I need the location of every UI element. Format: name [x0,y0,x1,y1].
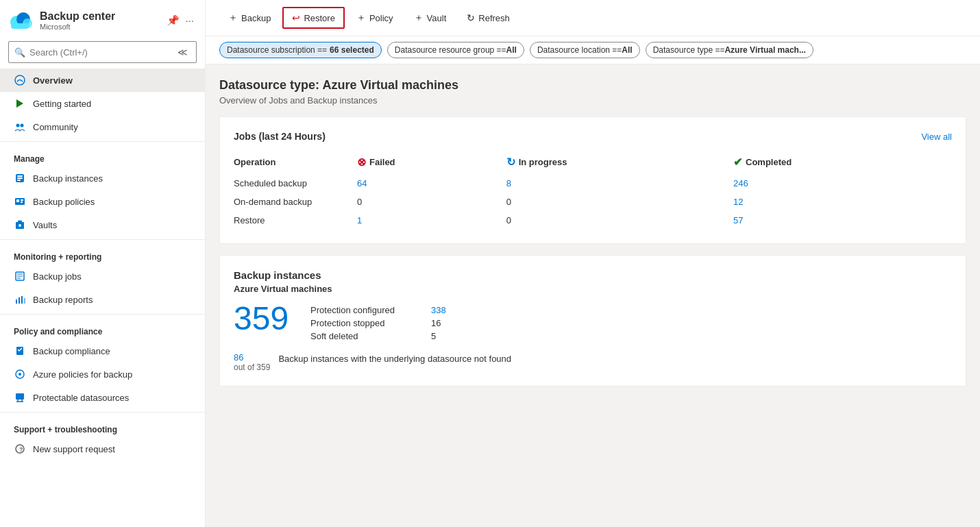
table-row: Restore 1 0 57 [234,211,952,230]
page-title: Datasource type: Azure Virtual machines [219,78,966,93]
content-area: Datasource type: Azure Virtual machines … [206,64,980,527]
instances-footer: 86 out of 359 Backup instances with the … [234,352,952,372]
restore-label: Restore [304,13,335,23]
backup-instances-title: Backup instances [234,269,952,281]
job-inprogress-scheduled-value[interactable]: 8 [506,178,511,188]
protection-configured-value[interactable]: 338 [431,305,446,315]
search-box: 🔍 ≪ [8,41,197,63]
refresh-label: Refresh [478,13,510,23]
sidebar-item-protectable-datasources[interactable]: Protectable datasources [0,386,205,409]
filter-resource-group[interactable]: Datasource resource group == All [387,42,524,58]
job-completed-scheduled-value[interactable]: 246 [733,178,748,188]
jobs-view-all[interactable]: View all [921,132,952,142]
sidebar-item-backup-instances-label: Backup instances [33,173,103,184]
job-inprogress-restore: 0 [506,211,733,230]
pin-icon[interactable]: 📌 [167,14,180,27]
backup-reports-icon [14,293,26,306]
sidebar-item-vaults[interactable]: Vaults [0,213,205,236]
policy-plus-icon: ＋ [356,12,366,24]
community-icon [14,121,26,133]
instances-total-count[interactable]: 359 [234,302,289,335]
filter-rg-value: All [506,45,517,55]
sidebar-item-azure-policies[interactable]: Azure policies for backup [0,363,205,386]
footer-desc: Backup instances with the underlying dat… [278,352,511,364]
sidebar-item-backup-jobs[interactable]: Backup jobs [0,265,205,288]
getting-started-icon [14,97,26,110]
protection-stopped-label: Protection stopped [310,318,420,328]
backup-instances-icon [14,172,26,184]
filter-subscription[interactable]: Datasource subscription == 66 selected [219,42,382,58]
job-failed-restore-value[interactable]: 1 [357,215,362,225]
sidebar-item-backup-compliance[interactable]: Backup compliance [0,339,205,363]
job-completed-ondemand-value[interactable]: 12 [733,197,743,207]
refresh-button[interactable]: ↻ Refresh [458,8,519,28]
instances-body: 359 Protection configured 338 Protection… [234,302,952,341]
protection-configured-label: Protection configured [310,305,420,315]
job-inprogress-restore-value: 0 [506,215,511,225]
sidebar-item-backup-jobs-label: Backup jobs [33,271,82,282]
job-operation-ondemand: On-demand backup [234,193,357,211]
col-operation: Operation [234,153,357,174]
sidebar-item-backup-policies[interactable]: Backup policies [0,190,205,213]
filter-location[interactable]: Datasource location == All [530,42,640,58]
footer-count-block: 86 out of 359 [234,352,270,372]
svg-rect-15 [21,201,23,203]
sidebar-item-getting-started[interactable]: Getting started [0,92,205,115]
sidebar-item-backup-instances[interactable]: Backup instances [0,167,205,190]
job-inprogress-ondemand-value: 0 [506,197,511,207]
jobs-card-header: Jobs (last 24 Hours) View all [234,131,952,142]
job-completed-scheduled: 246 [733,174,952,193]
sidebar-item-new-support[interactable]: ? New support request [0,437,205,461]
job-operation-scheduled: Scheduled backup [234,174,357,193]
vault-button[interactable]: ＋ Vault [405,7,456,29]
toolbar: ＋ Backup ↩ Restore ＋ Policy ＋ Vault ↻ Re… [206,0,980,36]
monitoring-section-label: Monitoring + reporting [0,243,205,265]
col-completed-label: Completed [746,157,792,167]
svg-point-6 [16,124,20,127]
job-completed-restore-value[interactable]: 57 [733,215,743,225]
search-input[interactable] [29,47,171,58]
completed-icon: ✔ [733,156,742,169]
restore-button[interactable]: ↩ Restore [282,7,345,29]
svg-rect-21 [21,296,23,304]
job-completed-restore: 57 [733,211,952,230]
job-failed-scheduled-value[interactable]: 64 [357,178,367,188]
job-failed-ondemand-value: 0 [357,197,362,207]
jobs-table-header-row: Operation ⊗ Failed ↻ In progress [234,153,952,174]
footer-count-denom: out of 359 [234,363,270,372]
page-subtitle: Overview of Jobs and Backup instances [219,95,966,106]
svg-rect-22 [24,298,25,304]
sidebar-item-new-support-label: New support request [33,444,115,454]
job-failed-restore: 1 [357,211,506,230]
collapse-button[interactable]: ≪ [175,45,191,59]
sidebar-item-community[interactable]: Community [0,115,205,138]
filter-loc-label: Datasource location == [537,45,622,55]
svg-rect-20 [19,297,20,304]
sidebar-item-backup-compliance-label: Backup compliance [33,346,110,356]
col-failed: ⊗ Failed [357,153,506,174]
sidebar-item-overview[interactable]: Overview [0,69,205,92]
more-icon[interactable]: ··· [185,14,194,27]
svg-rect-11 [17,180,21,181]
sidebar-item-azure-policies-label: Azure policies for backup [33,369,132,380]
sidebar-item-getting-started-label: Getting started [33,99,91,109]
sidebar: Backup center Microsoft 📌 ··· 🔍 ≪ Overvi… [0,0,206,527]
backup-button[interactable]: ＋ Backup [219,7,280,29]
svg-rect-26 [16,393,24,400]
job-operation-restore: Restore [234,211,357,230]
table-row: On-demand backup 0 0 12 [234,193,952,211]
protectable-datasources-icon [14,391,26,404]
filter-type[interactable]: Datasource type == Azure Virtual mach... [646,42,813,58]
svg-rect-14 [21,199,23,201]
sidebar-item-backup-reports[interactable]: Backup reports [0,288,205,311]
svg-rect-19 [16,299,17,304]
footer-count-num[interactable]: 86 [234,352,270,363]
backup-policies-icon [14,195,26,208]
filter-subscription-value: 66 selected [330,45,374,55]
svg-rect-3 [11,23,29,29]
jobs-card: Jobs (last 24 Hours) View all Operation … [219,117,966,244]
backup-instances-card: Backup instances Azure Virtual machines … [219,255,966,387]
filter-loc-value: All [622,45,632,55]
sidebar-item-backup-policies-label: Backup policies [33,197,95,207]
policy-button[interactable]: ＋ Policy [347,7,402,29]
